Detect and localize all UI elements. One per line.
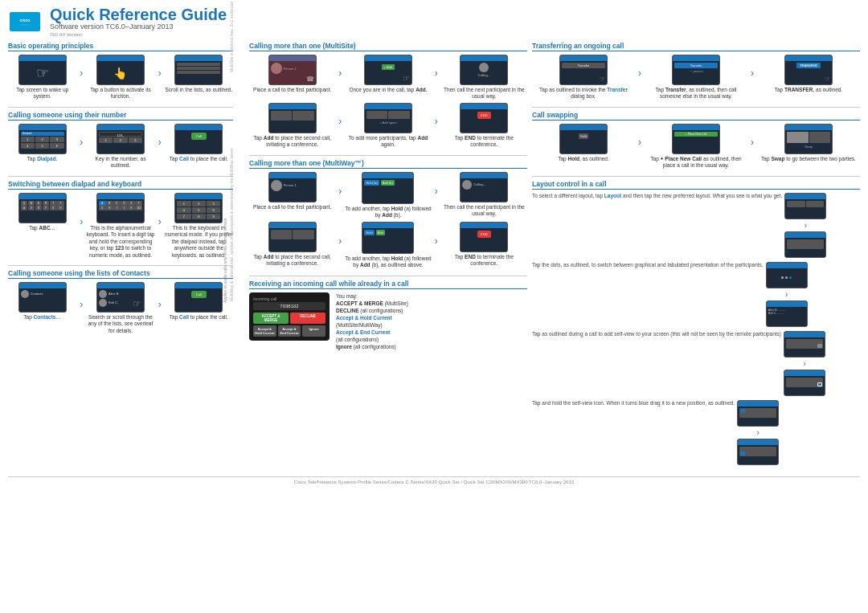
basic-step-2: 👆 Tap a button to activate its function. xyxy=(86,55,154,100)
layout-screens-1: › xyxy=(784,193,826,258)
swap-step-1: Hold Tap Hold, as outlined. xyxy=(532,124,635,162)
divider-mid-2 xyxy=(249,276,527,276)
basic-steps-row: ☞ Tap screen to wake up system. › 👆 xyxy=(8,55,233,100)
num-1: 1 xyxy=(177,201,190,206)
sw-key-f: F xyxy=(43,206,50,210)
accept-merge-btn[interactable]: ACCEPT & MERGE xyxy=(253,313,289,324)
multiway-row-1: Person 1 Place a call to the first parti… xyxy=(249,172,527,219)
screen-layout-2b: Alice B. .......... Bob C. ......... xyxy=(766,300,808,327)
mw-step-1a: Person 1 Place a call to the first parti… xyxy=(249,172,335,210)
accept-end-btn[interactable]: Accept & End Current xyxy=(278,325,301,337)
screen-layout-1a xyxy=(784,193,826,219)
sw2-key-q: A xyxy=(99,201,106,206)
screen-cont-ui-3: Call xyxy=(175,283,222,312)
screen-ms-ui-1b: + Add ☞ xyxy=(365,55,411,84)
section-switching-title: Switching between dialpad and keyboard xyxy=(8,180,233,190)
section-switching: Switching between dialpad and keyboard Q… xyxy=(8,180,233,259)
multiway-side-note: MultiWay is optional max. number of part… xyxy=(229,197,234,301)
screen-layout-ui-2a xyxy=(767,263,807,288)
mw-arrow-2: › xyxy=(435,186,438,197)
mw-bar-1a xyxy=(269,173,316,178)
ms-step-2a: Tap Add to place the second call, initia… xyxy=(249,103,335,149)
contacts-step-2: Alice B. Bob C. ☞ Search or xyxy=(86,282,154,334)
ms-desc-2a: Tap Add to place the second call, initia… xyxy=(249,135,335,149)
section-incoming-title: Receiving an incoming call while already… xyxy=(249,280,527,289)
cont-avatar-1 xyxy=(21,290,29,298)
screen-layout-2a xyxy=(766,262,808,288)
sw2-bar-3 xyxy=(785,125,832,130)
swap-desc-2: Tap + Place New Call as outlined, then p… xyxy=(645,156,747,170)
section-basic-title: Basic operating principles xyxy=(8,42,233,51)
subtitle: Software version TC6.0–January 2013 xyxy=(50,22,227,31)
switching-step-1: Q W E R T Y A S D F xyxy=(8,193,76,231)
arrow-cont-2: › xyxy=(158,299,162,310)
calling-number-steps: Dialpad 1 2 3 4 5 6 xyxy=(8,124,233,170)
arrow-num-1: › xyxy=(80,137,83,148)
screen-ms-ui-2a xyxy=(269,104,316,133)
contacts-steps: Contacts Tap Contacts… › xyxy=(8,282,233,334)
screen-sw-ui-3: 1 2 3 4 5 6 7 8 9 xyxy=(175,194,222,223)
ignore-btn[interactable]: Ignore xyxy=(302,325,326,337)
accept-hold-btn[interactable]: Accept & Hold Current xyxy=(253,325,276,337)
screen-num-2: 123_ 1 2 3 xyxy=(96,124,145,154)
tr-arrow-1: › xyxy=(638,67,641,79)
mw-bar-2c xyxy=(461,223,507,228)
section-layout-title: Layout control in a call xyxy=(532,180,860,190)
num-bar-3 xyxy=(175,125,222,130)
num-3: 3 xyxy=(207,201,220,206)
sw-key-g: G xyxy=(50,206,57,210)
incoming-opt-3: Accept & Hold Current xyxy=(336,314,408,321)
ms-desc-1c: Then call the next participant in the us… xyxy=(441,87,527,100)
screen-layout-4a xyxy=(737,400,779,427)
swap-desc-3: Tap Swap to go between the two parties. xyxy=(761,156,856,162)
section-basic: Basic operating principles ☞ Tap screen … xyxy=(8,42,233,100)
ms-arrow-1: › xyxy=(338,67,342,79)
key-3: 3 xyxy=(50,137,63,142)
switching-desc-1: Tap ABC… xyxy=(29,225,55,231)
sw2-arrow-1: › xyxy=(638,137,641,148)
transfer-step-3: TRANSFER ☞ Tap TRANSFER, as outlined. xyxy=(757,55,860,93)
screen-sw-3: 1 2 3 4 5 6 7 8 9 xyxy=(174,193,223,223)
tr-arrow-2: › xyxy=(751,67,754,79)
screen-mw-ui-1a: Person 1 xyxy=(269,173,316,202)
section-calling-number: Calling someone using their number Dialp… xyxy=(8,111,233,170)
mw-bar-1c xyxy=(461,173,507,178)
mw-step-2a: Tap Add to place the second call, initia… xyxy=(249,222,335,268)
screen-num-ui-3: Call xyxy=(175,125,222,153)
mw-desc-1c: Then call the next participant in the us… xyxy=(441,204,527,218)
basic-desc-3: Scroll in the lists, as outlined. xyxy=(165,87,232,93)
layout-desc-1: To select a different layout, tap Layout… xyxy=(532,193,782,200)
sw-bar-2 xyxy=(97,194,144,199)
screen-num-1: Dialpad 1 2 3 4 5 6 xyxy=(18,124,67,154)
screen-bar-3 xyxy=(175,55,222,61)
cont-name-1: Contacts xyxy=(31,292,43,296)
sw-key-y: Y xyxy=(57,201,64,206)
sw-key-t: T xyxy=(50,201,57,206)
sw-key-a: A xyxy=(21,206,28,210)
screen-mw-ui-1b: Hold (a) Add (b) xyxy=(362,173,413,203)
divider-right-2 xyxy=(532,176,860,177)
page: cisco ⁻⁻⁻·⁻⁻⁻ Quick Reference Guide Soft… xyxy=(0,0,868,613)
ms-bar-2b xyxy=(365,104,411,109)
screen-sw2-ui-1: Hold xyxy=(560,125,607,153)
incoming-note-rotated: Applies to audio calls only in the curre… xyxy=(223,239,227,303)
ms-arrow-4: › xyxy=(435,116,438,127)
ms-bar-1c xyxy=(461,55,507,61)
ms-arrow-3: › xyxy=(338,116,342,127)
screen-tr-ui-2: Transfer → person xyxy=(673,55,719,84)
num-6: 6 xyxy=(207,207,220,213)
incoming-opt-5: Ignore (all configurations) xyxy=(336,343,408,350)
screen-layout-ui-4b xyxy=(738,439,778,464)
num-4: 4 xyxy=(177,207,190,213)
screen-cont-ui-2: Alice B. Bob C. ☞ xyxy=(97,283,144,312)
screen-num-ui-2: 123_ 1 2 3 xyxy=(97,125,144,153)
screen-ms-ui-1a: Person 1 ☎ xyxy=(269,55,316,84)
incoming-opt-3b: (MultiSite/MultiWay) xyxy=(336,321,408,329)
section-multiway-title: Calling more than one (MultiWay™) xyxy=(249,159,527,169)
layout-arrow-3: › xyxy=(803,359,805,368)
main-title: Quick Reference Guide xyxy=(50,6,227,22)
transfer-desc-1: Tap as outlined to invoke the Transfer d… xyxy=(532,87,635,100)
decline-btn[interactable]: DECLINE xyxy=(290,313,326,324)
screen-sw2-1: Hold xyxy=(559,124,608,154)
svg-text:⁻⁻⁻·⁻⁻⁻: ⁻⁻⁻·⁻⁻⁻ xyxy=(20,24,31,27)
